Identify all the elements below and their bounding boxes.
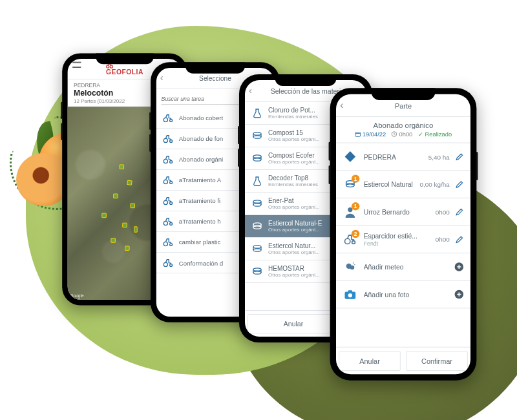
add-weather-row[interactable]: Añadir meteo: [336, 253, 470, 281]
svg-point-19: [253, 136, 261, 138]
svg-point-1: [111, 65, 113, 68]
edit-icon[interactable]: [456, 235, 463, 243]
svg-point-4: [164, 138, 167, 142]
screen-title: Selección de las materi: [271, 87, 341, 95]
cancel-button[interactable]: Anular: [248, 314, 339, 333]
plus-icon: [454, 289, 464, 299]
tractor-icon: [163, 195, 174, 206]
svg-point-36: [352, 241, 355, 244]
add-photo-row[interactable]: Añadir una foto: [336, 281, 470, 309]
product-icon: [251, 152, 263, 164]
task-name: Abonado orgánico: [336, 117, 470, 129]
product-icon: [251, 198, 263, 209]
footer-actions: Anular Confirmar: [336, 347, 470, 375]
task-status: ✓ Realizado: [418, 131, 452, 138]
product-icon: [251, 266, 263, 277]
back-icon[interactable]: ‹: [160, 72, 164, 83]
svg-point-3: [170, 119, 173, 121]
detail-row[interactable]: 2Esparcidor estié...Fendt0h00: [336, 226, 470, 254]
svg-point-10: [164, 200, 167, 204]
svg-point-5: [170, 140, 173, 143]
edit-icon[interactable]: [456, 152, 463, 160]
svg-point-0: [107, 65, 109, 68]
svg-point-20: [253, 155, 261, 158]
svg-point-9: [170, 182, 173, 184]
svg-point-25: [253, 226, 261, 229]
cancel-button[interactable]: Anular: [339, 351, 401, 371]
screen-title: Parte: [395, 101, 412, 109]
svg-point-12: [164, 221, 167, 225]
svg-point-6: [164, 159, 167, 163]
screen-title: Seleccione: [199, 74, 231, 82]
detail-row[interactable]: 1Urroz Bernardo0h00: [336, 198, 470, 226]
product-icon: [251, 220, 263, 232]
row-icon: 1: [343, 204, 357, 219]
product-icon: [251, 107, 263, 119]
tractor-icon: [163, 112, 174, 123]
svg-point-27: [253, 249, 261, 251]
svg-point-42: [348, 293, 352, 297]
svg-point-33: [346, 184, 354, 187]
tractor-icon: [163, 216, 174, 227]
svg-rect-30: [355, 132, 360, 137]
back-icon[interactable]: ‹: [340, 99, 343, 110]
confirm-button[interactable]: Confirmar: [406, 351, 468, 371]
detail-row[interactable]: 1Estiercol Natural0,00 kg/ha: [336, 171, 470, 198]
tractor-icon: [163, 154, 174, 165]
tractor-icon: [163, 174, 174, 185]
svg-point-24: [253, 223, 261, 226]
tractor-icon: [163, 133, 174, 144]
task-meta: 19/04/22 0h00 ✓ Realizado: [336, 129, 470, 143]
svg-point-28: [253, 268, 261, 271]
svg-point-17: [170, 264, 173, 267]
row-icon: [343, 149, 357, 164]
svg-point-2: [164, 118, 167, 121]
camera-icon: [343, 287, 357, 302]
task-duration[interactable]: 0h00: [392, 131, 413, 138]
product-icon: [251, 130, 263, 142]
svg-point-23: [253, 204, 261, 206]
svg-point-21: [253, 158, 261, 161]
row-icon: 1: [343, 177, 357, 192]
svg-point-11: [170, 202, 173, 205]
back-icon[interactable]: ‹: [249, 85, 252, 96]
phone-mockup-4: ‹ Parte Abonado orgánico 19/04/22 0h00 ✓…: [330, 88, 477, 380]
product-icon: [251, 243, 263, 255]
row-icon: 2: [343, 232, 357, 247]
svg-point-22: [253, 200, 261, 203]
svg-point-16: [164, 262, 167, 266]
svg-rect-41: [348, 290, 352, 292]
map-credit: Google: [70, 294, 83, 299]
edit-icon[interactable]: [456, 207, 463, 215]
svg-point-26: [253, 246, 261, 248]
detail-row[interactable]: PEDRERA5,40 ha: [336, 143, 470, 171]
svg-point-18: [253, 132, 261, 135]
svg-point-14: [164, 242, 167, 246]
svg-point-7: [170, 161, 173, 163]
weather-icon: [343, 260, 357, 275]
tractor-icon: [163, 236, 174, 247]
edit-icon[interactable]: [456, 180, 463, 188]
task-date[interactable]: 19/04/22: [355, 131, 386, 138]
detail-list: PEDRERA5,40 ha1Estiercol Natural0,00 kg/…: [336, 143, 470, 254]
product-icon: [251, 175, 263, 187]
svg-point-38: [350, 266, 355, 270]
svg-point-8: [164, 180, 167, 184]
svg-point-15: [170, 244, 173, 246]
plus-icon: [454, 262, 464, 272]
svg-point-35: [345, 238, 350, 244]
tractor-icon: [163, 257, 174, 268]
svg-point-29: [253, 271, 261, 274]
svg-point-13: [170, 223, 173, 226]
